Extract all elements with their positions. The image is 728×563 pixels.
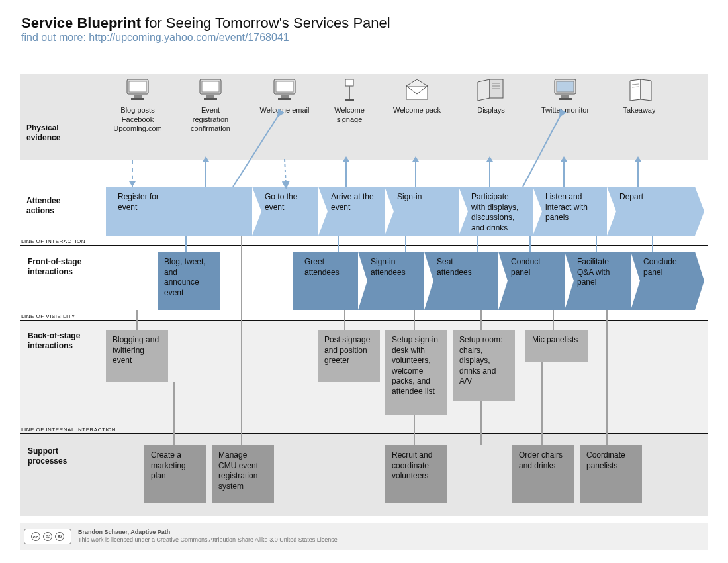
pe-label: Displays xyxy=(458,106,524,115)
line-of-visibility-label: LINE OF VISIBILITY xyxy=(21,313,75,319)
connector xyxy=(414,415,415,445)
attendee-depart: Depart xyxy=(608,187,695,236)
booklet-icon xyxy=(625,78,654,102)
line-of-interaction-label: LINE OF INTERACTION xyxy=(21,238,85,244)
attendee-register: Register for event xyxy=(106,187,253,236)
step-label: Blogging and twittering event xyxy=(113,335,159,365)
step-label: Depart xyxy=(619,192,643,201)
connector xyxy=(637,160,639,187)
connector xyxy=(553,310,554,330)
step-label: Go to the event xyxy=(265,192,297,212)
envelope-icon xyxy=(402,78,432,102)
service-blueprint-diagram: Service Blueprint for Seeing Tomorrow's … xyxy=(0,0,728,563)
step-label: Conclude panel xyxy=(643,257,677,277)
page-title: Service Blueprint for Seeing Tomorrow's … xyxy=(21,15,390,32)
bos-setup-signin: Setup sign-in desk with volunteers, welc… xyxy=(385,330,447,415)
footer-author: Brandon Schauer, Adaptive Path xyxy=(78,529,170,535)
sup-coordinate-panelists: Coordinate panelists xyxy=(580,445,642,503)
attendee-arrive: Arrive at the event xyxy=(319,187,385,236)
connector xyxy=(489,160,490,187)
sup-marketing-plan: Create a marketing plan xyxy=(144,445,206,503)
pe-takeaway: Takeaway xyxy=(606,78,672,115)
connector xyxy=(596,236,597,252)
attendee-sign-in: Sign-in xyxy=(385,187,459,236)
arrow-up-icon xyxy=(412,156,419,162)
svg-rect-1 xyxy=(129,81,146,92)
pe-welcome-signage: Welcome signage xyxy=(316,78,383,125)
footer: cc ① ↻ Brandon Schauer, Adaptive Path Th… xyxy=(20,523,708,550)
svg-marker-25 xyxy=(630,79,641,101)
step-label: Order chairs and drinks xyxy=(519,450,563,470)
cc-icon: cc xyxy=(31,532,40,541)
attendee-listen: Listen and interact with panels xyxy=(533,187,608,236)
row-label-physical-evidence: Physical evidence xyxy=(26,123,60,143)
step-label: Recruit and coordinate volunteers xyxy=(392,450,432,480)
svg-rect-13 xyxy=(349,86,350,99)
connector xyxy=(652,236,653,252)
monitor-icon xyxy=(123,78,152,102)
sup-order-chairs: Order chairs and drinks xyxy=(512,445,574,503)
pe-displays: Displays xyxy=(458,78,524,115)
step-label: Manage CMU event registration system xyxy=(218,450,258,491)
pe-welcome-pack: Welcome pack xyxy=(384,78,450,115)
pe-twitter-monitor: Twitter monitor xyxy=(532,78,598,115)
step-label: Facilitate Q&A with panel xyxy=(577,257,610,287)
connector xyxy=(480,310,482,330)
svg-rect-6 xyxy=(206,95,214,98)
svg-rect-11 xyxy=(278,98,291,100)
row-label-back-of-stage: Back-of-stage interactions xyxy=(28,331,80,351)
sa-icon: ↻ xyxy=(55,532,64,541)
connector xyxy=(344,310,345,330)
svg-rect-2 xyxy=(134,95,142,98)
attendee-participate: Participate with displays, discussions, … xyxy=(459,187,533,236)
pe-label: Twitter monitor xyxy=(532,106,598,115)
connector xyxy=(541,362,543,445)
line-of-interaction xyxy=(20,245,708,246)
row-label-support-processes: Support processes xyxy=(28,446,67,466)
connector xyxy=(480,401,482,445)
connector xyxy=(185,236,187,252)
boards-icon xyxy=(477,78,506,102)
svg-rect-9 xyxy=(276,81,293,92)
step-label: Create a marketing plan xyxy=(151,450,186,480)
bos-mic-panelists: Mic panelists xyxy=(525,330,588,362)
pe-blog-posts: Blog posts Facebook Upcoming.com xyxy=(105,78,171,133)
connector xyxy=(345,160,347,187)
bos-blogging: Blogging and twittering event xyxy=(106,330,168,382)
svg-rect-10 xyxy=(281,95,289,98)
arrow-up-icon xyxy=(635,156,641,162)
connector xyxy=(563,160,565,187)
arrow-down-icon xyxy=(129,181,136,187)
bos-setup-room: Setup room: chairs, displays, drinks and… xyxy=(453,330,515,401)
row-label-front-of-stage: Front-of-stage interactions xyxy=(28,257,81,277)
pe-label: Welcome signage xyxy=(316,106,383,125)
step-label: Setup sign-in desk with volunteers, welc… xyxy=(392,335,438,396)
step-label: Sign-in xyxy=(397,192,422,201)
step-label: Sign-in attendees xyxy=(371,257,406,277)
sup-recruit-volunteers: Recruit and coordinate volunteers xyxy=(385,445,447,503)
step-label: Coordinate panelists xyxy=(586,450,625,470)
arrow-up-icon xyxy=(203,156,209,162)
step-label: Blog, tweet, and announce event xyxy=(164,257,206,297)
step-label: Setup room: chairs, displays, drinks and… xyxy=(459,335,502,385)
arrow-up-icon xyxy=(561,156,567,162)
connector xyxy=(415,160,416,187)
step-label: Conduct panel xyxy=(511,257,541,277)
line-of-visibility xyxy=(20,320,708,321)
pe-label: Takeaway xyxy=(606,106,672,115)
fos-greet-attendees: Greet attendees xyxy=(293,252,359,310)
connector xyxy=(606,310,608,445)
svg-rect-3 xyxy=(131,98,144,100)
arrow-up-icon xyxy=(486,156,493,162)
svg-rect-22 xyxy=(557,81,574,92)
pe-label: Blog posts Facebook Upcoming.com xyxy=(105,106,171,133)
fos-conduct-panel: Conduct panel xyxy=(499,252,565,310)
monitor-icon xyxy=(270,78,299,102)
footer-license: This work is licensed under a Creative C… xyxy=(78,537,338,543)
connector xyxy=(205,160,206,187)
bos-post-signage: Post signage and position greeter xyxy=(318,330,380,382)
fos-facilitate-qa: Facilitate Q&A with panel xyxy=(565,252,631,310)
fos-announce-event: Blog, tweet, and announce event xyxy=(158,252,220,310)
fos-seat-attendees: Seat attendees xyxy=(425,252,499,310)
monitor-icon xyxy=(196,78,225,102)
